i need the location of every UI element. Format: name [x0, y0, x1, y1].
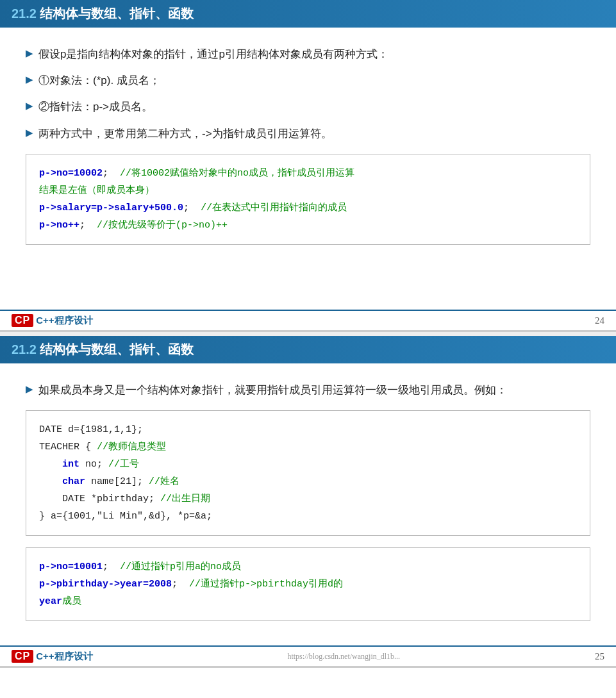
slide1-header: 21.2 结构体与数组、指针、函数 — [0, 0, 616, 28]
bullet4-arrow: ▶ — [26, 127, 33, 138]
slide2-number: 21.2 — [12, 342, 37, 356]
code1-line3: p->salary=p->salary+500.0; //在表达式中引用指针指向… — [39, 199, 577, 217]
s2c2-line1: p->no=10001; //通过指针p引用a的no成员 — [39, 558, 577, 576]
bullet1-text: 假设p是指向结构体对象的指针，通过p引用结构体对象成员有两种方式： — [38, 46, 590, 63]
slide1-footer: CP C++程序设计 24 — [0, 310, 616, 330]
slide2-body: ▶ 如果成员本身又是一个结构体对象指针，就要用指针成员引用运算符一级一级地引用成… — [0, 363, 616, 645]
slide1-logo-cp: CP — [12, 314, 33, 327]
s2c1-line1: DATE d={1981,1,1}; — [39, 421, 577, 438]
s2c1-line4: char name[21]; //姓名 — [39, 473, 577, 490]
slide1-footer-logo: CP C++程序设计 — [12, 314, 93, 327]
s2c2-line3: year成员 — [39, 593, 577, 610]
slide1-body: ▶ 假设p是指向结构体对象的指针，通过p引用结构体对象成员有两种方式： ▶ ①对… — [0, 28, 616, 310]
slide2-footer: CP C++程序设计 https://blog.csdn.net/wangjin… — [0, 645, 616, 666]
code1-line2: 结果是左值（即成员本身） — [39, 182, 577, 199]
slide-2: 21.2 结构体与数组、指针、函数 ▶ 如果成员本身又是一个结构体对象指针，就要… — [0, 336, 616, 668]
s2c1-line5: DATE *pbirthday; //出生日期 — [39, 490, 577, 508]
slide1-number: 21.2 — [12, 6, 37, 21]
slide1-code: p->no=10002; //将10002赋值给对象中的no成员，指针成员引用运… — [26, 154, 590, 245]
bullet2-text: ①对象法：(*p). 成员名； — [38, 72, 590, 89]
s2c1-line6: } a={1001,"Li Min",&d}, *p=&a; — [39, 508, 577, 525]
slide2-bullet-1: ▶ 如果成员本身又是一个结构体对象指针，就要用指针成员引用运算符一级一级地引用成… — [26, 381, 590, 399]
slide2-code2: p->no=10001; //通过指针p引用a的no成员 p->pbirthda… — [26, 547, 590, 621]
code1-line4: p->no++; //按优先级等价于(p->no)++ — [39, 217, 577, 234]
bullet3-text: ②指针法：p->成员名。 — [38, 98, 590, 115]
slide2-logo-cp: CP — [12, 650, 33, 663]
slide2-code1: DATE d={1981,1,1}; TEACHER { //教师信息类型 in… — [26, 410, 590, 536]
bullet4-text: 两种方式中，更常用第二种方式，->为指针成员引用运算符。 — [38, 125, 590, 142]
slide2-page-number: 25 — [595, 651, 604, 662]
slide2-bullet1-text: 如果成员本身又是一个结构体对象指针，就要用指针成员引用运算符一级一级地引用成员。… — [38, 381, 590, 399]
slide1-page-number: 24 — [595, 315, 604, 326]
bullet3-arrow: ▶ — [26, 100, 33, 112]
slide1-bullet-3: ▶ ②指针法：p->成员名。 — [26, 98, 590, 115]
slide-1: 21.2 结构体与数组、指针、函数 ▶ 假设p是指向结构体对象的指针，通过p引用… — [0, 0, 616, 332]
bullet1-arrow: ▶ — [26, 47, 33, 59]
code1-line1: p->no=10002; //将10002赋值给对象中的no成员，指针成员引用运… — [39, 165, 577, 182]
s2c1-line2: TEACHER { //教师信息类型 — [39, 438, 577, 456]
slide2-logo-text: C++程序设计 — [36, 651, 92, 663]
slide1-title: 21.2 结构体与数组、指针、函数 — [12, 5, 194, 22]
slide1-bullet-4: ▶ 两种方式中，更常用第二种方式，->为指针成员引用运算符。 — [26, 125, 590, 142]
slide1-bullet-1: ▶ 假设p是指向结构体对象的指针，通过p引用结构体对象成员有两种方式： — [26, 46, 590, 63]
s2c1-line3: int no; //工号 — [39, 456, 577, 473]
slide2-footer-url: https://blog.csdn.net/wangjin_dl1b... — [287, 652, 400, 661]
s2c2-line2: p->pbirthday->year=2008; //通过指针p->pbirth… — [39, 576, 577, 593]
slide2-bullet1-arrow: ▶ — [26, 383, 33, 395]
slide2-header: 21.2 结构体与数组、指针、函数 — [0, 336, 616, 363]
slide2-footer-logo: CP C++程序设计 — [12, 650, 93, 663]
slide1-logo-text: C++程序设计 — [36, 315, 92, 327]
slide1-bullet-2: ▶ ①对象法：(*p). 成员名； — [26, 72, 590, 89]
slide2-title: 21.2 结构体与数组、指针、函数 — [12, 341, 194, 358]
bullet2-arrow: ▶ — [26, 74, 33, 85]
